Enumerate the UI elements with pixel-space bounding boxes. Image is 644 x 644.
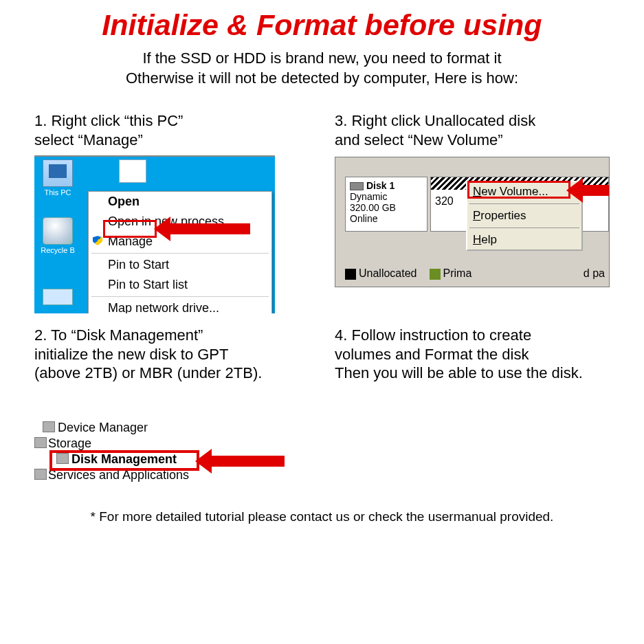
- menu-item-pin-start-list[interactable]: Pin to Start list: [89, 275, 271, 295]
- footer-note: * For more detailed tutorial please cont…: [34, 509, 610, 524]
- desktop-icon-folder[interactable]: [115, 159, 150, 184]
- recycle-bin-icon: [43, 217, 73, 245]
- legend-primary: Prima: [443, 267, 472, 279]
- tree-item-services[interactable]: Services and Applications: [34, 467, 254, 483]
- services-icon: [34, 469, 47, 480]
- subtitle-line2: Otherwise it will not be detected by com…: [126, 69, 518, 87]
- step2-line1: 2. To “Disk Management”: [34, 326, 203, 344]
- desktop-icon-generic[interactable]: [38, 289, 77, 307]
- step1-line2: select “Manage”: [34, 131, 143, 148]
- disk-type: Dynamic: [350, 191, 423, 202]
- step1-block: 1. Right click “this PC” select “Manage”…: [34, 111, 307, 313]
- legend-unallocated: Unallocated: [359, 267, 417, 279]
- instruction-document: Initialize & Format before using If the …: [0, 0, 644, 524]
- device-manager-icon: [43, 421, 55, 432]
- screenshot-disk-management: Disk 1 Dynamic 320.00 GB Online 320 Unal…: [335, 157, 610, 287]
- menu-separator: [469, 227, 579, 228]
- menu-item-help[interactable]: Help: [467, 230, 581, 249]
- monitor-icon: [43, 159, 73, 187]
- step4-line1: 4. Follow instruction to create: [335, 326, 531, 344]
- disk-size: 320.00 GB: [350, 202, 423, 213]
- step2-block: 2. To “Disk Management” initialize the n…: [34, 326, 307, 388]
- volume-size: 320: [435, 195, 454, 208]
- step1-line1: 1. Right click “this PC”: [34, 112, 183, 129]
- menu-item-map-drive[interactable]: Map network drive...: [89, 298, 271, 313]
- screenshot-context-menu: This PC Recycle B Open Open in new proce…: [34, 155, 275, 313]
- menu-separator: [469, 203, 579, 204]
- context-menu-volume: New Volume... Properties Help: [466, 181, 583, 251]
- legend-swatch-primary: [430, 269, 441, 280]
- disk-info-panel: Disk 1 Dynamic 320.00 GB Online: [345, 177, 428, 232]
- step2-line2: initialize the new disk to GPT: [34, 346, 228, 363]
- step4-text: 4. Follow instruction to create volumes …: [335, 326, 610, 383]
- step4-block: 4. Follow instruction to create volumes …: [335, 326, 610, 388]
- step4-line3: Then you will be able to use the disk.: [335, 364, 583, 381]
- disk-label: Disk 1: [366, 180, 395, 191]
- step1-text: 1. Right click “this PC” select “Manage”: [34, 111, 307, 150]
- tree-label-disk-management: Disk Management: [71, 452, 177, 466]
- screenshot-computer-management-tree: Device Manager Storage Disk Management S…: [34, 420, 254, 502]
- icon-label-recycle: Recycle B: [41, 246, 75, 254]
- page-title: Initialize & Format before using: [34, 8, 610, 42]
- menu-separator: [91, 296, 269, 297]
- step2-screenshot-block: Device Manager Storage Disk Management S…: [34, 414, 307, 502]
- tree-label-device-manager: Device Manager: [58, 421, 148, 434]
- step3-text: 3. Right click Unallocated disk and sele…: [335, 111, 610, 150]
- tree-item-device-manager[interactable]: Device Manager: [34, 420, 254, 436]
- step2-text: 2. To “Disk Management” initialize the n…: [34, 326, 307, 383]
- menu-item-manage[interactable]: Manage: [89, 232, 271, 252]
- disk-management-icon: [56, 453, 69, 464]
- tree-label-services: Services and Applications: [48, 468, 189, 482]
- app-icon: [43, 289, 73, 305]
- menu-item-open[interactable]: Open: [89, 192, 271, 212]
- step3-line2: and select “New Volume”: [335, 131, 503, 148]
- menu-item-manage-label: Manage: [108, 234, 153, 248]
- disk-status: Online: [350, 213, 423, 224]
- desktop-icon-recycle-bin[interactable]: Recycle B: [38, 217, 77, 254]
- menu-separator: [91, 253, 269, 254]
- subtitle: If the SSD or HDD is brand new, you need…: [34, 49, 610, 88]
- storage-icon: [34, 437, 47, 448]
- shield-icon: [93, 236, 102, 245]
- subtitle-line1: If the SSD or HDD is brand new, you need…: [142, 49, 501, 67]
- menu-item-new-volume[interactable]: New Volume...: [467, 182, 581, 201]
- step4-line2: volumes and Format the disk: [335, 346, 529, 363]
- legend-swatch-unallocated: [345, 269, 356, 280]
- tree-item-storage[interactable]: Storage: [34, 436, 254, 452]
- step2-line3: (above 2TB) or MBR (under 2TB).: [34, 364, 262, 381]
- steps-grid: 1. Right click “this PC” select “Manage”…: [34, 111, 610, 502]
- disk-icon: [350, 182, 364, 190]
- desktop-icon-this-pc[interactable]: This PC: [38, 159, 77, 197]
- icon-label-this-pc: This PC: [44, 188, 71, 197]
- step3-block: 3. Right click Unallocated disk and sele…: [335, 111, 610, 313]
- menu-item-properties[interactable]: Properties: [467, 206, 581, 225]
- context-menu: Open Open in new process Manage Pin to S…: [88, 191, 272, 313]
- folder-icon: [119, 159, 146, 183]
- tree-label-storage: Storage: [48, 436, 91, 450]
- legend: Unallocated Prima: [345, 267, 471, 280]
- legend-right-fragment: d pa: [584, 267, 605, 280]
- menu-item-pin-start[interactable]: Pin to Start: [89, 255, 271, 275]
- empty-cell: [335, 401, 610, 502]
- step3-line1: 3. Right click Unallocated disk: [335, 112, 535, 129]
